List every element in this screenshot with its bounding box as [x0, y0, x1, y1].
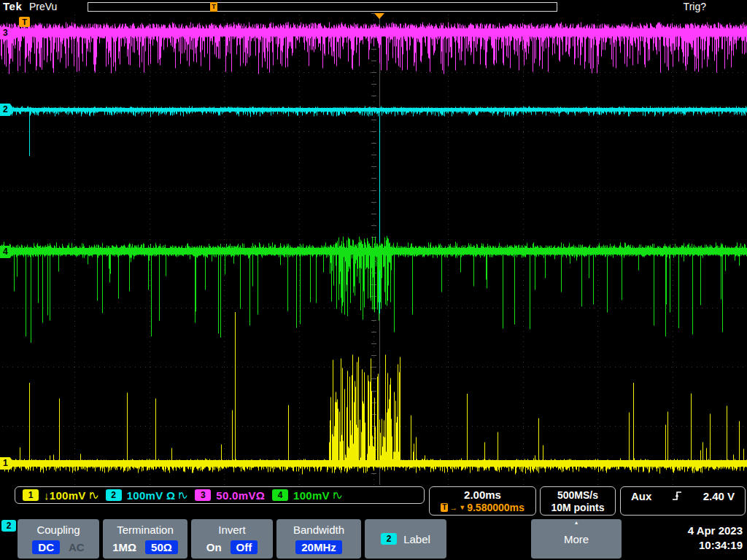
- menu-button-label[interactable]: 2 Label: [365, 519, 446, 559]
- rising-edge-icon: [672, 490, 682, 504]
- graticule: T 3 2 4 1: [0, 13, 747, 485]
- bw-limit-icon: [333, 491, 342, 500]
- channel-readouts: 1 ↓100mV 2 100mV Ω 3 50.0mVΩ 4 100mV: [15, 486, 425, 504]
- channel-2-scale: 100mV Ω: [127, 489, 176, 502]
- termination-option-50ohm[interactable]: 50Ω: [145, 540, 178, 554]
- bw-limit-icon: [179, 491, 187, 500]
- invert-option-off[interactable]: Off: [231, 540, 258, 554]
- trigger-readout: Aux 2.40 V: [620, 486, 746, 516]
- delay-triangle-icon: ▼: [459, 504, 465, 511]
- menu-title-bandwidth: Bandwidth: [276, 524, 361, 536]
- bandwidth-option-20mhz[interactable]: 20MHz: [295, 540, 342, 554]
- label-channel-badge: 2: [381, 533, 397, 545]
- coupling-option-dc[interactable]: DC: [32, 540, 60, 554]
- menu-button-termination[interactable]: Termination 1MΩ 50Ω: [103, 519, 187, 559]
- menu-title-termination: Termination: [103, 524, 187, 536]
- record-trigger-marker: T: [210, 2, 217, 12]
- acquisition-readout: 500MS/s 10M points: [540, 486, 616, 516]
- menu-button-bandwidth[interactable]: Bandwidth 20MHz: [276, 519, 361, 559]
- acquisition-status: PreVu: [29, 1, 57, 12]
- delay-arrow-icon: →: [449, 503, 457, 512]
- channel-4-scale: 100mV: [293, 489, 330, 502]
- record-length: 10M points: [541, 502, 615, 513]
- expansion-point-marker: [374, 13, 384, 19]
- trigger-source: Aux: [631, 490, 651, 502]
- sample-rate: 500MS/s: [541, 489, 615, 501]
- channel-1-badge[interactable]: 1: [23, 489, 39, 501]
- menu-button-invert[interactable]: Invert On Off: [191, 519, 273, 559]
- trigger-status: Trig?: [684, 1, 706, 12]
- datetime-display: 4 Apr 2023 10:34:19: [688, 524, 743, 553]
- delay-value: 9.580000ms: [467, 502, 525, 513]
- menu-title-coupling: Coupling: [18, 524, 99, 536]
- record-view-bar: T: [88, 2, 557, 12]
- channel-3-scale: 50.0mVΩ: [216, 489, 265, 502]
- oscilloscope-screen: Tek PreVu T Trig? T 3 2 4 1 1 ↓100mV 2 1…: [0, 0, 747, 560]
- menu-title-label: Label: [403, 533, 430, 545]
- menu-button-more[interactable]: ▴ More: [531, 519, 622, 559]
- waveform-display: [0, 13, 747, 485]
- time-text: 10:34:19: [688, 538, 743, 553]
- timebase-scale: 2.00ms: [430, 489, 535, 501]
- tek-logo: Tek: [3, 0, 22, 12]
- channel-4-badge[interactable]: 4: [272, 489, 288, 501]
- bw-limit-icon: [90, 491, 98, 500]
- trigger-level: 2.40 V: [703, 490, 735, 502]
- channel-2-badge[interactable]: 2: [106, 489, 122, 501]
- delay-trigger-marker: T: [441, 503, 448, 512]
- trigger-position-flag[interactable]: T: [19, 17, 30, 27]
- termination-option-1mohm[interactable]: 1MΩ: [112, 541, 136, 553]
- top-status-bar: Tek PreVu T Trig?: [0, 0, 747, 13]
- date-text: 4 Apr 2023: [688, 524, 743, 538]
- timebase-readout: 2.00ms T → ▼ 9.580000ms: [429, 486, 536, 516]
- more-up-arrow-icon: ▴: [575, 520, 578, 526]
- menu-button-coupling[interactable]: Coupling DC AC: [18, 519, 99, 559]
- horizontal-delay: T → ▼ 9.580000ms: [430, 502, 535, 513]
- menu-title-invert: Invert: [191, 524, 273, 536]
- channel-1-scale: ↓100mV: [44, 489, 86, 502]
- readout-bar: 1 ↓100mV 2 100mV Ω 3 50.0mVΩ 4 100mV 2.0…: [0, 485, 747, 518]
- invert-option-on[interactable]: On: [206, 541, 222, 553]
- coupling-option-ac[interactable]: AC: [69, 541, 85, 553]
- softkey-menu-bar: 2 Coupling DC AC Termination 1MΩ 50Ω Inv…: [0, 518, 747, 560]
- side-menu-channel-badge: 2: [1, 520, 16, 532]
- channel-3-badge[interactable]: 3: [195, 489, 211, 501]
